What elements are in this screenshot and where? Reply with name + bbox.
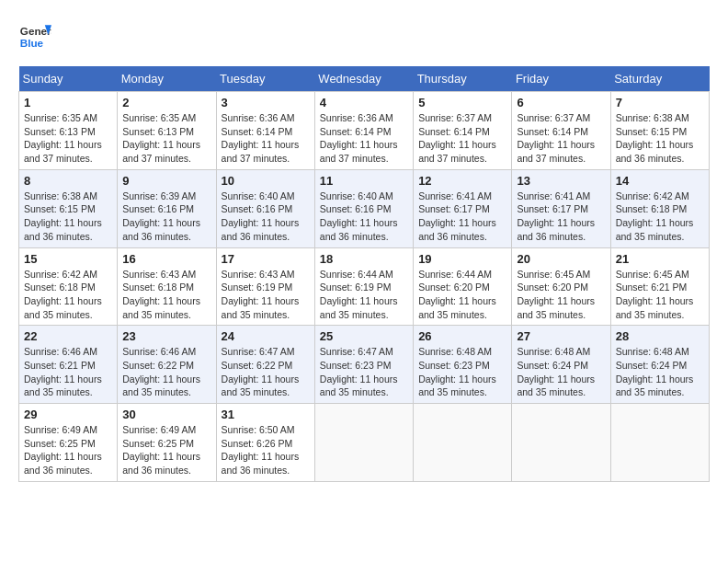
day-info: Sunrise: 6:36 AM Sunset: 6:14 PM Dayligh…: [222, 111, 310, 166]
svg-text:Blue: Blue: [20, 37, 44, 49]
day-number: 5: [418, 96, 506, 109]
day-info: Sunrise: 6:39 AM Sunset: 6:16 PM Dayligh…: [122, 190, 210, 244]
calendar-header-row: SundayMondayTuesdayWednesdayThursdayFrid…: [19, 66, 710, 92]
calendar-cell: 7 Sunrise: 6:38 AM Sunset: 6:15 PM Dayli…: [610, 92, 709, 170]
day-info: Sunrise: 6:42 AM Sunset: 6:18 PM Dayligh…: [616, 190, 704, 244]
day-info: Sunrise: 6:38 AM Sunset: 6:15 PM Dayligh…: [24, 190, 112, 244]
day-number: 7: [616, 96, 704, 109]
calendar-cell: 12 Sunrise: 6:41 AM Sunset: 6:17 PM Dayl…: [414, 169, 512, 247]
day-info: Sunrise: 6:36 AM Sunset: 6:14 PM Dayligh…: [320, 111, 408, 166]
calendar-cell: 2 Sunrise: 6:35 AM Sunset: 6:13 PM Dayli…: [118, 92, 216, 170]
calendar-cell: 31 Sunrise: 6:50 AM Sunset: 6:26 PM Dayl…: [216, 404, 314, 482]
day-info: Sunrise: 6:37 AM Sunset: 6:14 PM Dayligh…: [418, 111, 506, 166]
day-number: 13: [517, 174, 605, 188]
calendar-cell: 4 Sunrise: 6:36 AM Sunset: 6:14 PM Dayli…: [314, 92, 413, 170]
header-friday: Friday: [512, 66, 610, 92]
day-number: 10: [222, 174, 310, 188]
calendar-cell: 3 Sunrise: 6:36 AM Sunset: 6:14 PM Dayli…: [216, 92, 314, 170]
calendar-cell: 19 Sunrise: 6:44 AM Sunset: 6:20 PM Dayl…: [414, 247, 512, 326]
calendar-cell: 11 Sunrise: 6:40 AM Sunset: 6:16 PM Dayl…: [314, 169, 413, 247]
day-number: 25: [320, 329, 408, 343]
day-number: 15: [24, 252, 112, 266]
day-number: 19: [418, 252, 506, 266]
day-number: 2: [122, 96, 210, 109]
calendar-cell: 10 Sunrise: 6:40 AM Sunset: 6:16 PM Dayl…: [216, 169, 314, 247]
day-info: Sunrise: 6:40 AM Sunset: 6:16 PM Dayligh…: [222, 190, 310, 244]
day-number: 12: [418, 174, 506, 188]
day-number: 1: [24, 96, 112, 109]
day-info: Sunrise: 6:41 AM Sunset: 6:17 PM Dayligh…: [418, 190, 506, 244]
header-monday: Monday: [118, 66, 216, 92]
calendar-cell: 29 Sunrise: 6:49 AM Sunset: 6:25 PM Dayl…: [19, 404, 118, 482]
calendar-cell: 15 Sunrise: 6:42 AM Sunset: 6:18 PM Dayl…: [19, 247, 118, 326]
week-row-5: 29 Sunrise: 6:49 AM Sunset: 6:25 PM Dayl…: [19, 404, 710, 482]
calendar-cell: 20 Sunrise: 6:45 AM Sunset: 6:20 PM Dayl…: [512, 247, 610, 326]
logo-icon: General Blue: [18, 18, 51, 52]
header-sunday: Sunday: [19, 66, 118, 92]
calendar-cell: 9 Sunrise: 6:39 AM Sunset: 6:16 PM Dayli…: [118, 169, 216, 247]
day-number: 18: [320, 252, 408, 266]
day-info: Sunrise: 6:38 AM Sunset: 6:15 PM Dayligh…: [616, 111, 704, 166]
day-info: Sunrise: 6:45 AM Sunset: 6:20 PM Dayligh…: [517, 268, 605, 322]
day-number: 8: [24, 174, 112, 188]
day-number: 6: [517, 96, 605, 109]
day-info: Sunrise: 6:47 AM Sunset: 6:22 PM Dayligh…: [222, 345, 310, 399]
calendar-cell: 28 Sunrise: 6:48 AM Sunset: 6:24 PM Dayl…: [610, 326, 709, 404]
calendar-cell: 18 Sunrise: 6:44 AM Sunset: 6:19 PM Dayl…: [314, 247, 413, 326]
calendar-table: SundayMondayTuesdayWednesdayThursdayFrid…: [18, 66, 710, 482]
calendar-cell: 25 Sunrise: 6:47 AM Sunset: 6:23 PM Dayl…: [314, 326, 413, 404]
day-number: 3: [222, 96, 310, 109]
calendar-cell: 14 Sunrise: 6:42 AM Sunset: 6:18 PM Dayl…: [610, 169, 709, 247]
calendar-cell: 23 Sunrise: 6:46 AM Sunset: 6:22 PM Dayl…: [118, 326, 216, 404]
day-info: Sunrise: 6:46 AM Sunset: 6:22 PM Dayligh…: [122, 345, 210, 399]
calendar-cell: [314, 404, 413, 482]
calendar-cell: [512, 404, 610, 482]
calendar-cell: 22 Sunrise: 6:46 AM Sunset: 6:21 PM Dayl…: [19, 326, 118, 404]
day-number: 30: [122, 408, 210, 421]
day-info: Sunrise: 6:46 AM Sunset: 6:21 PM Dayligh…: [24, 345, 112, 399]
header-saturday: Saturday: [610, 66, 709, 92]
day-number: 17: [222, 252, 310, 266]
day-number: 14: [616, 174, 704, 188]
calendar-cell: 16 Sunrise: 6:43 AM Sunset: 6:18 PM Dayl…: [118, 247, 216, 326]
calendar-cell: [610, 404, 709, 482]
week-row-1: 1 Sunrise: 6:35 AM Sunset: 6:13 PM Dayli…: [19, 92, 710, 170]
calendar-cell: 8 Sunrise: 6:38 AM Sunset: 6:15 PM Dayli…: [19, 169, 118, 247]
week-row-4: 22 Sunrise: 6:46 AM Sunset: 6:21 PM Dayl…: [19, 326, 710, 404]
day-number: 20: [517, 252, 605, 266]
calendar-cell: 21 Sunrise: 6:45 AM Sunset: 6:21 PM Dayl…: [610, 247, 709, 326]
day-info: Sunrise: 6:42 AM Sunset: 6:18 PM Dayligh…: [24, 268, 112, 322]
day-info: Sunrise: 6:43 AM Sunset: 6:19 PM Dayligh…: [222, 268, 310, 322]
day-number: 16: [122, 252, 210, 266]
day-info: Sunrise: 6:41 AM Sunset: 6:17 PM Dayligh…: [517, 190, 605, 244]
day-number: 23: [122, 329, 210, 343]
day-info: Sunrise: 6:44 AM Sunset: 6:20 PM Dayligh…: [418, 268, 506, 322]
day-info: Sunrise: 6:48 AM Sunset: 6:23 PM Dayligh…: [418, 345, 506, 399]
calendar-cell: 27 Sunrise: 6:48 AM Sunset: 6:24 PM Dayl…: [512, 326, 610, 404]
header-tuesday: Tuesday: [216, 66, 314, 92]
day-info: Sunrise: 6:49 AM Sunset: 6:25 PM Dayligh…: [24, 423, 112, 477]
day-number: 21: [616, 252, 704, 266]
calendar-cell: 1 Sunrise: 6:35 AM Sunset: 6:13 PM Dayli…: [19, 92, 118, 170]
day-info: Sunrise: 6:35 AM Sunset: 6:13 PM Dayligh…: [24, 111, 112, 166]
week-row-3: 15 Sunrise: 6:42 AM Sunset: 6:18 PM Dayl…: [19, 247, 710, 326]
page-header: General Blue: [18, 18, 710, 52]
day-info: Sunrise: 6:50 AM Sunset: 6:26 PM Dayligh…: [222, 423, 310, 477]
day-info: Sunrise: 6:48 AM Sunset: 6:24 PM Dayligh…: [616, 345, 704, 399]
calendar-cell: 17 Sunrise: 6:43 AM Sunset: 6:19 PM Dayl…: [216, 247, 314, 326]
day-number: 24: [222, 329, 310, 343]
day-number: 11: [320, 174, 408, 188]
calendar-cell: 24 Sunrise: 6:47 AM Sunset: 6:22 PM Dayl…: [216, 326, 314, 404]
day-info: Sunrise: 6:45 AM Sunset: 6:21 PM Dayligh…: [616, 268, 704, 322]
day-number: 26: [418, 329, 506, 343]
day-info: Sunrise: 6:48 AM Sunset: 6:24 PM Dayligh…: [517, 345, 605, 399]
calendar-cell: 13 Sunrise: 6:41 AM Sunset: 6:17 PM Dayl…: [512, 169, 610, 247]
calendar-cell: 26 Sunrise: 6:48 AM Sunset: 6:23 PM Dayl…: [414, 326, 512, 404]
day-info: Sunrise: 6:35 AM Sunset: 6:13 PM Dayligh…: [122, 111, 210, 166]
calendar-cell: 5 Sunrise: 6:37 AM Sunset: 6:14 PM Dayli…: [414, 92, 512, 170]
calendar-cell: 30 Sunrise: 6:49 AM Sunset: 6:25 PM Dayl…: [118, 404, 216, 482]
day-info: Sunrise: 6:40 AM Sunset: 6:16 PM Dayligh…: [320, 190, 408, 244]
day-number: 27: [517, 329, 605, 343]
header-wednesday: Wednesday: [314, 66, 413, 92]
day-info: Sunrise: 6:43 AM Sunset: 6:18 PM Dayligh…: [122, 268, 210, 322]
